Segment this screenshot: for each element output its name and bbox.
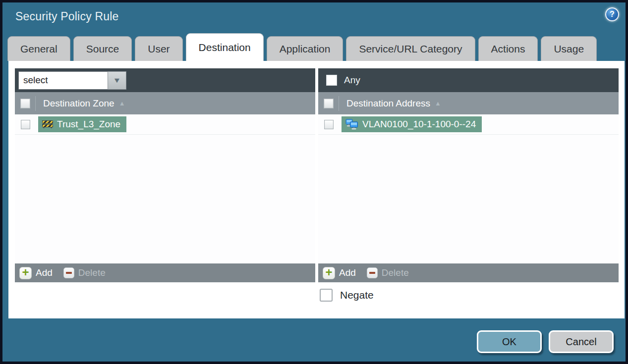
- destination-zone-panel: select ▼ Destination Zone ▲: [15, 68, 315, 282]
- zone-item-label: Trust_L3_Zone: [57, 119, 120, 130]
- delete-button-label: Delete: [78, 267, 106, 278]
- delete-icon: [63, 267, 74, 278]
- address-add-button[interactable]: + Add: [323, 267, 356, 279]
- any-toggle[interactable]: Any: [326, 75, 360, 86]
- cancel-button[interactable]: Cancel: [549, 330, 614, 353]
- add-icon: +: [323, 267, 335, 279]
- tab-label: Service/URL Category: [359, 43, 462, 55]
- tab-user[interactable]: User: [135, 36, 182, 61]
- column-divider: [35, 96, 36, 111]
- security-policy-rule-dialog: Security Policy Rule ? General Source Us…: [0, 0, 628, 364]
- address-delete-button[interactable]: Delete: [367, 267, 409, 278]
- address-list: VLAN0100_10-1-100-0--24: [318, 114, 619, 263]
- destination-address-panel: Any Destination Address ▲: [318, 68, 619, 282]
- destination-tab-content: select ▼ Destination Zone ▲: [8, 61, 625, 318]
- zone-column-label: Destination Zone: [43, 98, 114, 109]
- tab-label: Destination: [199, 42, 251, 53]
- tab-destination[interactable]: Destination: [186, 33, 264, 61]
- any-label: Any: [344, 75, 360, 86]
- help-icon: ?: [610, 10, 615, 19]
- zone-icon: [42, 120, 53, 129]
- tab-label: General: [20, 43, 57, 55]
- zone-panel-footer: + Add Delete: [15, 263, 315, 282]
- zone-add-button[interactable]: + Add: [19, 267, 53, 279]
- chevron-down-icon: ▼: [113, 77, 121, 84]
- zone-select-all-checkbox[interactable]: [20, 99, 30, 108]
- zone-column-header[interactable]: Destination Zone ▲: [15, 92, 315, 114]
- add-button-label: Add: [339, 267, 356, 278]
- zone-item[interactable]: Trust_L3_Zone: [38, 116, 126, 132]
- address-item-label: VLAN0100_10-1-100-0--24: [362, 119, 476, 130]
- address-panel-toolbar: Any: [318, 68, 619, 92]
- table-row[interactable]: Trust_L3_Zone: [15, 114, 315, 135]
- tab-service-url-category[interactable]: Service/URL Category: [346, 36, 475, 61]
- zone-filter-combobox[interactable]: select ▼: [18, 71, 126, 90]
- tab-label: User: [148, 43, 170, 55]
- zone-delete-button[interactable]: Delete: [63, 267, 106, 278]
- minus-glyph: [369, 272, 375, 274]
- any-checkbox[interactable]: [326, 75, 337, 86]
- delete-icon: [367, 267, 378, 278]
- tab-application[interactable]: Application: [267, 36, 343, 61]
- minus-glyph: [66, 272, 72, 274]
- zone-row-checkbox[interactable]: [21, 120, 30, 129]
- address-item[interactable]: VLAN0100_10-1-100-0--24: [342, 116, 482, 132]
- address-column-header[interactable]: Destination Address ▲: [318, 92, 619, 114]
- address-column-label: Destination Address: [346, 98, 430, 109]
- zone-filter-dropdown-button[interactable]: ▼: [108, 71, 126, 90]
- delete-button-label: Delete: [382, 267, 409, 278]
- add-icon: +: [19, 267, 32, 279]
- tab-usage[interactable]: Usage: [541, 36, 597, 61]
- address-panel-footer: + Add Delete: [318, 263, 619, 282]
- network-icon: [345, 119, 358, 130]
- negate-toggle[interactable]: Negate: [320, 289, 374, 302]
- sort-asc-icon: ▲: [119, 100, 125, 107]
- add-button-label: Add: [36, 267, 53, 278]
- tab-general[interactable]: General: [7, 36, 70, 61]
- tab-label: Usage: [554, 43, 584, 55]
- dialog-action-buttons: OK Cancel: [477, 330, 614, 353]
- tab-label: Actions: [491, 43, 525, 55]
- column-divider: [339, 96, 339, 111]
- zone-filter-value[interactable]: select: [18, 71, 108, 90]
- sort-asc-icon: ▲: [435, 100, 441, 107]
- dialog-title: Security Policy Rule: [15, 10, 119, 23]
- help-button[interactable]: ?: [605, 7, 619, 21]
- negate-label: Negate: [340, 289, 374, 301]
- zone-panel-toolbar: select ▼: [15, 68, 315, 92]
- negate-checkbox[interactable]: [320, 289, 333, 302]
- tab-label: Source: [86, 43, 119, 55]
- table-row[interactable]: VLAN0100_10-1-100-0--24: [318, 114, 619, 135]
- tab-source[interactable]: Source: [73, 36, 132, 61]
- zone-list: Trust_L3_Zone: [15, 114, 315, 263]
- tab-bar: General Source User Destination Applicat…: [7, 33, 597, 61]
- ok-button[interactable]: OK: [477, 330, 542, 353]
- address-select-all-checkbox[interactable]: [324, 99, 334, 108]
- tab-label: Application: [280, 43, 331, 55]
- tab-actions[interactable]: Actions: [478, 36, 538, 61]
- address-row-checkbox[interactable]: [324, 120, 334, 129]
